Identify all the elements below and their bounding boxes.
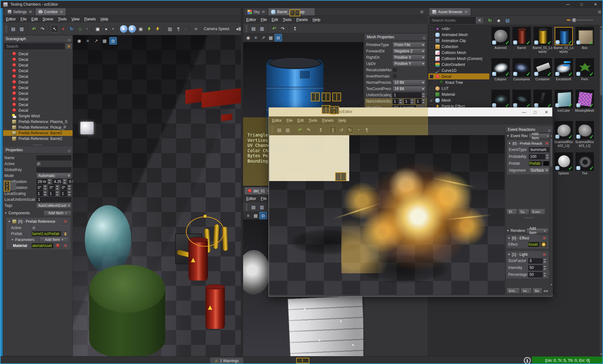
menu-item-edit[interactable]: Edit: [297, 118, 304, 123]
asset-card[interactable]: ✓Barrel_02_Lowpoly: [553, 27, 574, 58]
prefab-asset-field[interactable]: cts/Barrel2.ezPrefab: [32, 231, 61, 236]
asset-card[interactable]: ✓Barrel_01_Lowpoly: [532, 27, 553, 58]
asset-thumbnail[interactable]: ✓: [534, 90, 552, 108]
expand-button[interactable]: ↗: [259, 34, 267, 41]
save-button[interactable]: ▤: [250, 25, 257, 32]
menu-item-edit[interactable]: Edit: [31, 17, 38, 21]
components-add-item-button[interactable]: Add Item: [44, 211, 71, 216]
asset-search-input[interactable]: [430, 17, 475, 24]
asset-type-item[interactable]: <All>: [428, 26, 489, 32]
asset-thumbnail[interactable]: ✓: [576, 90, 594, 108]
localscaling-y-stepper[interactable]: 1▲▼: [48, 191, 59, 196]
asset-type-item[interactable]: Decal: [428, 73, 489, 79]
nonuniformscaling-stepper-2[interactable]: 1▲▼: [416, 99, 426, 104]
reaction-prefab-field[interactable]: rk.ezPrefab: [529, 161, 542, 166]
asset-type-item[interactable]: Kraut Tree: [428, 79, 489, 85]
render-grid-button[interactable]: ▨: [166, 25, 174, 33]
asset-thumbnail[interactable]: ✓: [576, 27, 594, 45]
toolbar-grip[interactable]: [246, 25, 247, 32]
particle-minimize-button[interactable]: —: [518, 108, 530, 116]
layers-button[interactable]: ≡: [244, 212, 252, 219]
asset-type-item[interactable]: Curve1D: [428, 67, 489, 73]
localrotation-z-stepper[interactable]: 0°▲▼: [61, 185, 71, 190]
select-button[interactable]: ↖: [51, 25, 58, 33]
float-panel-icon[interactable]: ⊡: [423, 35, 426, 41]
asset-type-checkbox[interactable]: ✓: [430, 99, 433, 102]
eye-button[interactable]: ◉: [244, 34, 252, 41]
localposition-y-stepper[interactable]: 4.25▲▼: [53, 179, 67, 184]
pilcrow-button[interactable]: ¶: [175, 25, 182, 33]
event-reactions-add-item-button[interactable]: Add Item: [529, 133, 551, 139]
forwarddir-dropdown[interactable]: Negative Z: [393, 48, 426, 54]
particle-editor-window[interactable]: ezEditor — □ ✕ EditorFileEditToolsPanels…: [269, 107, 552, 297]
camera-button[interactable]: ◘: [274, 34, 282, 41]
asset-type-checkbox[interactable]: [430, 51, 433, 55]
asset-thumbnail[interactable]: ✓: [513, 27, 531, 45]
asset-thumbnail[interactable]: ✓: [555, 121, 573, 139]
menu-item-edit[interactable]: Edit: [272, 18, 278, 22]
asset-type-checkbox[interactable]: [430, 57, 433, 61]
asset-type-checkbox[interactable]: [430, 75, 433, 78]
scenegraph-item[interactable]: Decal: [3, 85, 73, 91]
particle-panel-scrollbar[interactable]: ▲ ▼: [550, 134, 553, 287]
renderers-collapse-icon[interactable]: ▼: [507, 229, 509, 232]
scene-glass-sphere[interactable]: [85, 205, 131, 274]
camera-button[interactable]: ◘: [109, 37, 117, 45]
scenegraph-item[interactable]: Decal: [3, 74, 73, 79]
nonuniformscaling-stepper-0[interactable]: 1▲▼: [393, 99, 403, 104]
remove-light-button[interactable]: ✕: [541, 252, 547, 257]
save-all-button[interactable]: ▥: [284, 126, 291, 134]
menu-item-panels[interactable]: Panels: [84, 17, 96, 21]
asset-card[interactable]: ✓Box: [574, 27, 595, 58]
asset-thumbnail[interactable]: ✓: [513, 58, 531, 77]
name-field[interactable]: [36, 155, 71, 160]
menu-item-tools[interactable]: Tools: [283, 18, 291, 22]
asset-type-checkbox[interactable]: [430, 39, 433, 43]
mesh-panel-close-icon[interactable]: ⊠: [420, 10, 423, 14]
event-type-field[interactable]: burnmark: [529, 147, 549, 152]
asset-thumbnail[interactable]: ✓: [555, 58, 573, 77]
prefab-reaction-collapse-icon[interactable]: ▼: [508, 142, 511, 145]
asset-card[interactable]: ✓Cassiopeia: [511, 58, 532, 90]
effect-collapse-icon[interactable]: ▼: [508, 237, 510, 240]
restart-button[interactable]: ↺: [338, 126, 345, 134]
asset-thumbnail[interactable]: ✓: [534, 27, 552, 45]
asset-thumbnail[interactable]: ✓: [555, 27, 573, 45]
asset-type-item[interactable]: Collision Mesh (Convex): [428, 56, 489, 62]
prefab-ref-collapse-icon[interactable]: ▼: [8, 220, 11, 223]
menu-item-tools[interactable]: Tools: [58, 17, 67, 21]
particle-close-button[interactable]: ✕: [541, 108, 552, 116]
scenegraph-item[interactable]: Decal: [3, 96, 73, 102]
translate-button[interactable]: +: [59, 25, 67, 33]
rightdir-dropdown[interactable]: Positive X: [393, 55, 426, 60]
panel-tab-sy[interactable]: Sy...: [518, 209, 529, 215]
asset-type-checkbox[interactable]: [430, 87, 433, 90]
redo-button[interactable]: ↷: [39, 25, 46, 33]
menu-item-editor[interactable]: Editor: [272, 118, 282, 123]
menu-item-file[interactable]: File: [261, 196, 267, 201]
scene-red-barrel[interactable]: [205, 286, 225, 329]
panel-tab-be[interactable]: Be.: [533, 288, 542, 294]
intensity-stepper[interactable]: 50▲▼: [528, 265, 547, 270]
asset-card[interactable]: ✓ExcelsiorII: [553, 58, 574, 90]
export-box-button[interactable]: ▣: [94, 25, 101, 33]
menu-item-help[interactable]: Help: [338, 118, 346, 123]
menu-item-file[interactable]: File: [286, 118, 292, 123]
asset-thumbnail[interactable]: ✓: [576, 153, 594, 171]
particle-maximize-button[interactable]: □: [530, 108, 541, 116]
asset-card[interactable]: ✓Tire: [574, 153, 595, 184]
light-collapse-icon[interactable]: ▼: [508, 253, 510, 256]
material-thumb-button[interactable]: [55, 243, 61, 248]
redo-button[interactable]: ↷: [305, 126, 312, 134]
menu-item-file[interactable]: File: [261, 18, 267, 22]
save-all-button[interactable]: ▥: [258, 203, 266, 211]
material-remove-button[interactable]: ✕: [62, 243, 68, 248]
renderers-add-item-button[interactable]: Add Item: [526, 228, 548, 233]
panel-splitter[interactable]: ••••••: [3, 143, 73, 147]
uniformscaling-stepper[interactable]: 1▲▼: [393, 93, 426, 98]
asset-type-checkbox[interactable]: [430, 27, 433, 31]
menu-item-file[interactable]: File: [20, 17, 26, 21]
scene-white-object[interactable]: [80, 122, 94, 134]
play-button[interactable]: ▶: [120, 25, 128, 33]
asset-card[interactable]: ✓Container: [532, 58, 553, 90]
